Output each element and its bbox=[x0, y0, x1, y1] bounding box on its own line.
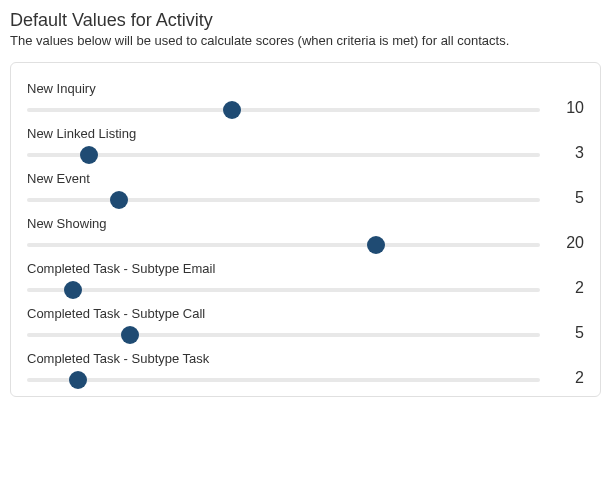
slider-track[interactable] bbox=[27, 378, 540, 382]
slider-row: New Showing 20 bbox=[27, 216, 584, 247]
slider-thumb[interactable] bbox=[69, 371, 87, 389]
slider-track[interactable] bbox=[27, 198, 540, 202]
slider-track[interactable] bbox=[27, 333, 540, 337]
slider-label: New Inquiry bbox=[27, 81, 540, 96]
slider-thumb[interactable] bbox=[121, 326, 139, 344]
slider-thumb[interactable] bbox=[367, 236, 385, 254]
slider-label: New Event bbox=[27, 171, 540, 186]
slider-track[interactable] bbox=[27, 288, 540, 292]
slider-block: Completed Task - Subtype Email bbox=[27, 261, 540, 292]
slider-block: Completed Task - Subtype Task bbox=[27, 351, 540, 382]
slider-thumb[interactable] bbox=[80, 146, 98, 164]
slider-row: New Event 5 bbox=[27, 171, 584, 202]
slider-block: New Showing bbox=[27, 216, 540, 247]
slider-label: Completed Task - Subtype Call bbox=[27, 306, 540, 321]
slider-value: 10 bbox=[554, 100, 584, 116]
slider-row: Completed Task - Subtype Call 5 bbox=[27, 306, 584, 337]
slider-value: 3 bbox=[554, 145, 584, 161]
slider-track[interactable] bbox=[27, 108, 540, 112]
slider-row: New Inquiry 10 bbox=[27, 81, 584, 112]
slider-track[interactable] bbox=[27, 243, 540, 247]
slider-block: Completed Task - Subtype Call bbox=[27, 306, 540, 337]
page-subtitle: The values below will be used to calcula… bbox=[10, 33, 601, 48]
slider-block: New Linked Listing bbox=[27, 126, 540, 157]
slider-block: New Inquiry bbox=[27, 81, 540, 112]
slider-label: New Linked Listing bbox=[27, 126, 540, 141]
slider-label: Completed Task - Subtype Email bbox=[27, 261, 540, 276]
slider-value: 2 bbox=[554, 370, 584, 386]
page-title: Default Values for Activity bbox=[10, 10, 601, 31]
header: Default Values for Activity The values b… bbox=[10, 10, 601, 48]
slider-thumb[interactable] bbox=[110, 191, 128, 209]
slider-row: Completed Task - Subtype Email 2 bbox=[27, 261, 584, 292]
sliders-panel: New Inquiry 10 New Linked Listing 3 New … bbox=[10, 62, 601, 397]
slider-row: New Linked Listing 3 bbox=[27, 126, 584, 157]
slider-label: New Showing bbox=[27, 216, 540, 231]
slider-label: Completed Task - Subtype Task bbox=[27, 351, 540, 366]
slider-value: 5 bbox=[554, 190, 584, 206]
slider-track[interactable] bbox=[27, 153, 540, 157]
slider-thumb[interactable] bbox=[64, 281, 82, 299]
slider-row: Completed Task - Subtype Task 2 bbox=[27, 351, 584, 382]
slider-value: 20 bbox=[554, 235, 584, 251]
slider-value: 5 bbox=[554, 325, 584, 341]
slider-value: 2 bbox=[554, 280, 584, 296]
slider-thumb[interactable] bbox=[223, 101, 241, 119]
slider-block: New Event bbox=[27, 171, 540, 202]
